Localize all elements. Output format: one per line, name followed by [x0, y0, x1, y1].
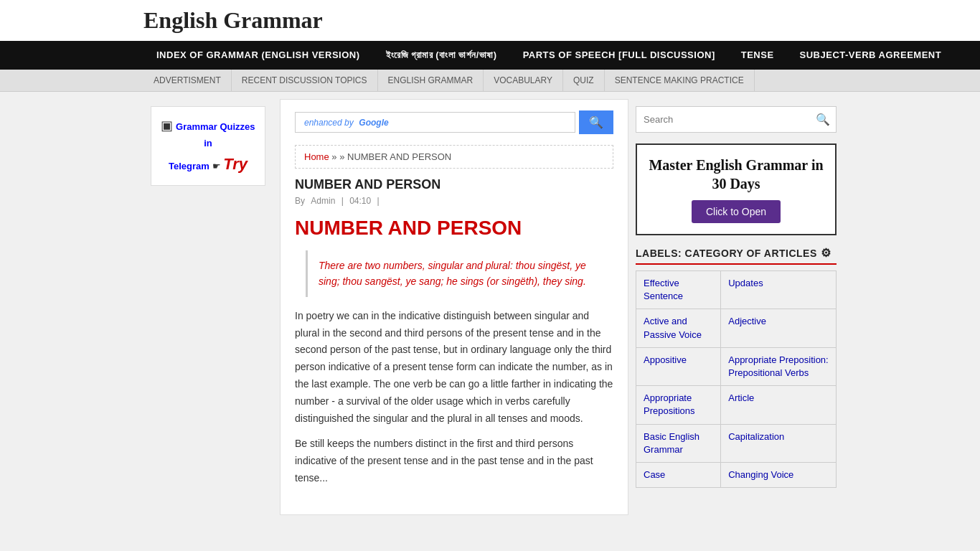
breadcrumb-home[interactable]: Home [304, 151, 329, 162]
table-row: Active and Passive Voice Adjective [636, 309, 837, 347]
meta-separator2: | [377, 196, 380, 206]
sec-nav-advertisment[interactable]: ADVERTISMENT [143, 70, 232, 91]
category-link-capitalization[interactable]: Capitalization [728, 431, 784, 442]
google-search-button[interactable]: 🔍 [579, 110, 613, 134]
master-grammar-box: Master English Grammar in 30 Days Click … [636, 143, 837, 235]
gear-icon: ⚙ [821, 246, 831, 260]
right-search-box: 🔍 [636, 106, 837, 133]
labels-section: LABELS: CATEGORY OF ARTICLES ⚙ Effective… [636, 246, 837, 488]
category-link-basic-english[interactable]: Basic English Grammar [644, 431, 699, 455]
category-link-appropriate-preposition[interactable]: Appropriate Preposition: Prepositional V… [728, 354, 828, 378]
category-link-case[interactable]: Case [644, 469, 665, 480]
breadcrumb-separator: » » [331, 151, 347, 162]
site-header: English Grammar [0, 0, 980, 41]
sec-nav-grammar[interactable]: ENGLISH GRAMMAR [378, 70, 484, 91]
right-sidebar: 🔍 Master English Grammar in 30 Days Clic… [636, 99, 837, 515]
article-title: NUMBER AND PERSON [295, 177, 613, 192]
sec-nav-quiz[interactable]: QUIZ [563, 70, 605, 91]
sec-nav-recent[interactable]: RECENT DISCUSSION TOPICS [232, 70, 378, 91]
nav-parts[interactable]: PARTS OF SPEECH [FULL DISCUSSION] [510, 41, 728, 70]
breadcrumb: Home » » NUMBER AND PERSON [295, 145, 613, 169]
main-container: ▣ Grammar Quizzes in Telegram ☛ Try enha… [0, 92, 980, 522]
category-link-effective-sentence[interactable]: Effective Sentence [644, 278, 683, 301]
telegram-arrow-icon: ☛ [212, 161, 224, 171]
telegram-try[interactable]: Try [223, 155, 248, 173]
nav-bangla[interactable]: ইংরেজি গ্রামার (বাংলা ভার্শন/ভাষা) [373, 41, 510, 70]
nav-subject-verb[interactable]: SUBJECT-VERB AGREEMENT [787, 41, 955, 70]
nav-tense[interactable]: TENSE [728, 41, 787, 70]
category-link-appropriate-prepositions[interactable]: Appropriate Prepositions [644, 392, 695, 416]
category-link-article[interactable]: Article [728, 392, 754, 403]
telegram-word: Telegram [169, 161, 209, 171]
google-search-box[interactable]: enhanced by Google [295, 112, 575, 133]
labels-header-text: LABELS: CATEGORY OF ARTICLES [636, 248, 817, 259]
category-link-updates[interactable]: Updates [728, 278, 763, 288]
secondary-nav: ADVERTISMENT RECENT DISCUSSION TOPICS EN… [0, 70, 980, 92]
category-link-changing-voice[interactable]: Changing Voice [728, 469, 793, 480]
table-row: Case Changing Voice [636, 462, 837, 487]
left-sidebar: ▣ Grammar Quizzes in Telegram ☛ Try [143, 99, 273, 515]
site-title: English Grammar [143, 7, 837, 34]
article-author: Admin [311, 196, 335, 206]
nav-index[interactable]: INDEX OF GRAMMAR (ENGLISH VERSION) [143, 41, 373, 70]
sec-nav-sentence[interactable]: SENTENCE MAKING PRACTICE [605, 70, 755, 91]
google-label: Google [359, 118, 388, 128]
table-row: Effective Sentence Updates [636, 271, 837, 309]
enhanced-by-label: enhanced by [304, 118, 354, 128]
main-nav: INDEX OF GRAMMAR (ENGLISH VERSION) ইংরেজ… [0, 41, 980, 70]
category-link-adjective[interactable]: Adjective [728, 316, 766, 326]
labels-table: Effective Sentence Updates Active and Pa… [636, 270, 837, 488]
article-body-1: In poetry we can in the indicative disti… [295, 308, 613, 428]
article-heading: NUMBER AND PERSON [295, 217, 613, 240]
sec-nav-vocab[interactable]: VOCABULARY [484, 70, 563, 91]
article-body-2: Be still keeps the numbers distinct in t… [295, 435, 613, 486]
table-row: Appositive Appropriate Preposition: Prep… [636, 347, 837, 385]
article-quote: There are two numbers, singular and plur… [306, 250, 613, 297]
click-open-button[interactable]: Click to Open [692, 200, 781, 223]
category-link-appositive[interactable]: Appositive [644, 354, 687, 365]
table-row: Basic English Grammar Capitalization [636, 424, 837, 462]
article-time: 04:10 [349, 196, 371, 206]
category-link-active-passive[interactable]: Active and Passive Voice [644, 316, 702, 339]
search-bar-area: enhanced by Google 🔍 [295, 110, 613, 134]
breadcrumb-current: NUMBER AND PERSON [347, 151, 451, 162]
article-meta: By Admin | 04:10 | [295, 196, 613, 206]
center-content: enhanced by Google 🔍 Home » » NUMBER AND… [280, 99, 628, 515]
telegram-box: ▣ Grammar Quizzes in Telegram ☛ Try [151, 106, 265, 186]
meta-separator1: | [341, 196, 346, 206]
right-search-button[interactable]: 🔍 [810, 107, 836, 132]
table-row: Appropriate Prepositions Article [636, 386, 837, 424]
master-grammar-title: Master English Grammar in 30 Days [648, 156, 824, 193]
article-by: By [295, 196, 307, 206]
bracket-icon: ▣ [161, 118, 173, 133]
right-search-input[interactable] [636, 108, 810, 131]
labels-header: LABELS: CATEGORY OF ARTICLES ⚙ [636, 246, 837, 265]
telegram-label: Grammar Quizzes in [176, 121, 255, 149]
